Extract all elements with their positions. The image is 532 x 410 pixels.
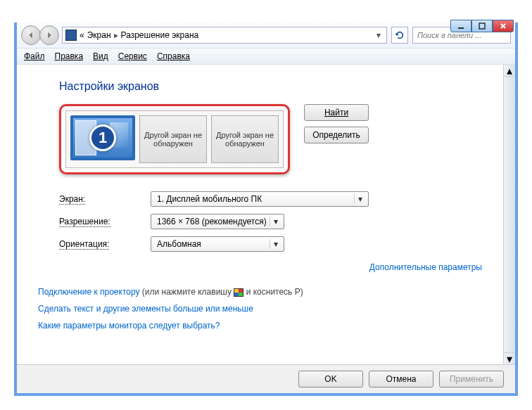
detect-button[interactable]: Определить (304, 127, 369, 143)
back-button[interactable] (21, 25, 41, 45)
monitor-number: 1 (89, 124, 116, 151)
minimize-button[interactable] (450, 20, 471, 32)
label-screen: Экран: (59, 194, 151, 204)
menu-bar: Файл Правка Вид Сервис Справка (17, 49, 515, 65)
windows-key-icon (234, 288, 243, 297)
advanced-settings-link[interactable]: Дополнительные параметры (369, 262, 482, 272)
monitor-placeholder[interactable]: Другой экран не обнаружен (139, 115, 207, 163)
cancel-button[interactable]: Отмена (369, 371, 433, 387)
breadcrumb-dropdown[interactable]: ▾ (374, 30, 384, 40)
chevron-down-icon: ▾ (354, 194, 365, 204)
ok-button[interactable]: OK (298, 371, 363, 387)
monitor-primary[interactable]: 1 (70, 115, 135, 160)
monitor-placeholder[interactable]: Другой экран не обнаружен (211, 115, 279, 163)
find-button[interactable]: Найти (304, 104, 369, 121)
breadcrumb[interactable]: « Экран ▸ Разрешение экрана ▾ (62, 27, 387, 44)
vertical-scrollbar[interactable]: ▴ ▾ (503, 65, 515, 364)
chevron-right-icon: ▸ (114, 30, 118, 40)
monitor-arrangement-panel[interactable]: 1 Другой экран не обнаружен Другой экран… (65, 110, 284, 168)
text-size-link[interactable]: Сделать текст и другие элементы больше и… (38, 304, 253, 314)
close-button[interactable] (493, 20, 514, 32)
breadcrumb-item[interactable]: Экран (87, 30, 111, 40)
menu-help[interactable]: Справка (157, 51, 190, 61)
scroll-down-arrow[interactable]: ▾ (504, 352, 515, 364)
label-resolution: Разрешение: (59, 217, 151, 226)
svg-rect-0 (458, 27, 464, 29)
forward-button[interactable] (39, 25, 59, 45)
resolution-select[interactable]: 1366 × 768 (рекомендуется) ▾ (151, 214, 284, 229)
dialog-footer: OK Отмена Применить (17, 364, 515, 393)
projector-link[interactable]: Подключение к проектору (38, 287, 140, 297)
apply-button[interactable]: Применить (439, 371, 504, 387)
help-link[interactable]: Какие параметры монитора следует выбрать… (38, 321, 220, 331)
scroll-up-arrow[interactable]: ▴ (504, 65, 515, 77)
label-orientation: Ориентация: (59, 239, 151, 249)
orientation-select[interactable]: Альбомная ▾ (151, 236, 284, 252)
menu-view[interactable]: Вид (93, 51, 108, 61)
menu-edit[interactable]: Правка (55, 51, 84, 61)
breadcrumb-prefix: « (80, 30, 84, 40)
maximize-button[interactable] (471, 20, 493, 32)
chevron-down-icon: ▾ (270, 239, 281, 249)
control-panel-icon (65, 30, 77, 41)
menu-file[interactable]: Файл (24, 51, 45, 61)
refresh-button[interactable] (391, 27, 408, 44)
breadcrumb-item[interactable]: Разрешение экрана (121, 30, 199, 40)
page-title: Настройки экранов (59, 80, 482, 93)
highlight-annotation: 1 Другой экран не обнаружен Другой экран… (59, 104, 290, 174)
svg-rect-1 (479, 23, 485, 29)
menu-tools[interactable]: Сервис (118, 51, 147, 61)
chevron-down-icon: ▾ (270, 217, 281, 226)
navigation-bar: « Экран ▸ Разрешение экрана ▾ (17, 23, 515, 49)
screen-select[interactable]: 1. Дисплей мобильного ПК ▾ (151, 191, 369, 207)
